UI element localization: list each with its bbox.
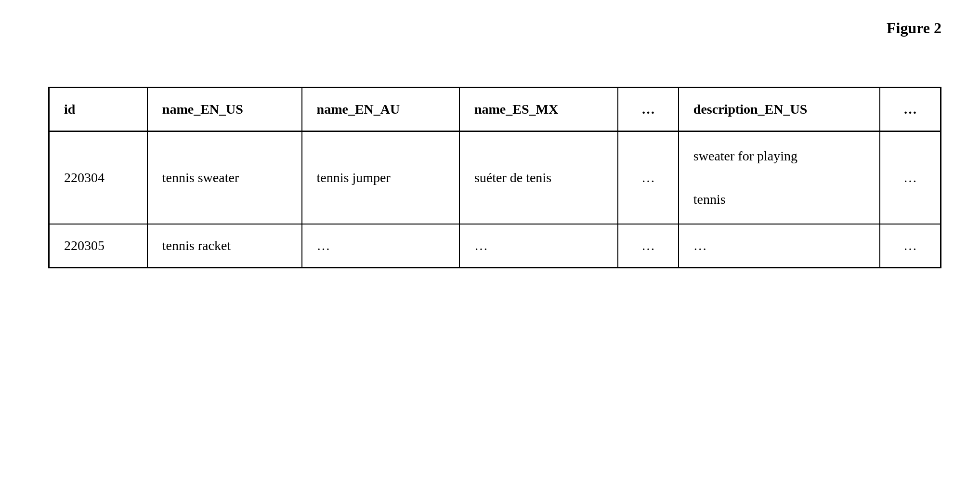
cell-name-en-us-1: tennis sweater (147, 132, 302, 225)
table-row: 220304 tennis sweater tennis jumper suét… (49, 132, 941, 225)
cell-name-es-mx-1: suéter de tenis (459, 132, 618, 225)
cell-name-en-au-1: tennis jumper (302, 132, 459, 225)
cell-description-en-us-2: … (679, 224, 880, 268)
header-name-en-au: name_EN_AU (302, 88, 459, 132)
cell-id-1: 220304 (49, 132, 147, 225)
cell-ellipsis-2-row1: … (880, 132, 941, 225)
cell-ellipsis-2-row2: … (880, 224, 941, 268)
cell-description-en-us-1: sweater for playingtennis (679, 132, 880, 225)
header-ellipsis-2: … (880, 88, 941, 132)
cell-id-2: 220305 (49, 224, 147, 268)
figure-title: Figure 2 (887, 19, 941, 37)
header-ellipsis-1: … (618, 88, 679, 132)
cell-name-es-mx-2: … (459, 224, 618, 268)
header-name-es-mx: name_ES_MX (459, 88, 618, 132)
table-wrapper: id name_EN_US name_EN_AU name_ES_MX … de… (48, 87, 941, 268)
table-row: 220305 tennis racket … … … … … (49, 224, 941, 268)
page-container: Figure 2 id name_EN_US name_EN_AU name_E… (0, 0, 980, 502)
header-description-en-us: description_EN_US (679, 88, 880, 132)
cell-name-en-au-2: … (302, 224, 459, 268)
data-table: id name_EN_US name_EN_AU name_ES_MX … de… (48, 87, 941, 268)
table-header-row: id name_EN_US name_EN_AU name_ES_MX … de… (49, 88, 941, 132)
cell-name-en-us-2: tennis racket (147, 224, 302, 268)
header-name-en-us: name_EN_US (147, 88, 302, 132)
cell-ellipsis-1-row1: … (618, 132, 679, 225)
header-id: id (49, 88, 147, 132)
cell-ellipsis-1-row2: … (618, 224, 679, 268)
